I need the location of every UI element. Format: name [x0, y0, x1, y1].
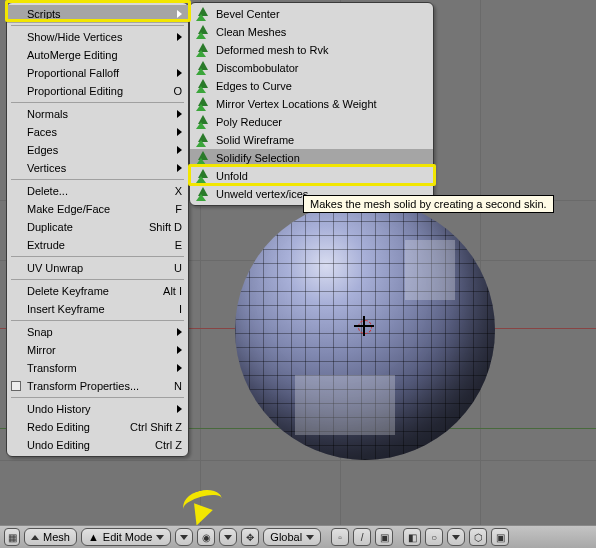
- menu-item[interactable]: Delete KeyframeAlt I: [7, 282, 188, 300]
- menu-item[interactable]: UV UnwrapU: [7, 259, 188, 277]
- menu-item[interactable]: Edges: [7, 141, 188, 159]
- menu-item-shortcut: U: [164, 262, 182, 274]
- menu-item[interactable]: Insert KeyframeI: [7, 300, 188, 318]
- menu-item[interactable]: AutoMerge Editing: [7, 46, 188, 64]
- menu-item-label: Normals: [27, 108, 182, 120]
- chevron-right-icon: [177, 164, 182, 172]
- scripts-submenu[interactable]: Bevel CenterClean MeshesDeformed mesh to…: [189, 2, 434, 206]
- menu-item-label: Extrude: [27, 239, 165, 251]
- occlude-icon[interactable]: ◧: [403, 528, 421, 546]
- sel-edge-icon[interactable]: /: [353, 528, 371, 546]
- submenu-item[interactable]: Edges to Curve: [190, 77, 433, 95]
- proportional-icon[interactable]: ○: [425, 528, 443, 546]
- menu-item[interactable]: Vertices: [7, 159, 188, 177]
- menu-separator: [11, 179, 184, 180]
- chevron-right-icon: [177, 364, 182, 372]
- edit-mode-icon: ▲: [88, 531, 99, 543]
- mode-selector[interactable]: ▲ Edit Mode: [81, 528, 171, 546]
- menu-item[interactable]: Proportional EditingO: [7, 82, 188, 100]
- submenu-item-label: Edges to Curve: [216, 80, 292, 92]
- menu-item-shortcut: O: [163, 85, 182, 97]
- submenu-item[interactable]: Bevel Center: [190, 5, 433, 23]
- menu-item[interactable]: Redo EditingCtrl Shift Z: [7, 418, 188, 436]
- menu-item-label: Show/Hide Vertices: [27, 31, 182, 43]
- menu-item[interactable]: Normals: [7, 105, 188, 123]
- menu-item[interactable]: DuplicateShift D: [7, 218, 188, 236]
- menu-item[interactable]: Make Edge/FaceF: [7, 200, 188, 218]
- menu-item[interactable]: Faces: [7, 123, 188, 141]
- python-script-icon: [196, 25, 210, 39]
- menu-item-label: Snap: [27, 326, 182, 338]
- menu-item[interactable]: Mirror: [7, 341, 188, 359]
- chevron-right-icon: [177, 33, 182, 41]
- menu-separator: [11, 256, 184, 257]
- menu-item-label: Duplicate: [27, 221, 139, 233]
- menu-item-label: Redo Editing: [27, 421, 120, 433]
- python-script-icon: [196, 115, 210, 129]
- submenu-item[interactable]: Solid Wireframe: [190, 131, 433, 149]
- orientation-label: Global: [270, 531, 302, 543]
- orientation-selector[interactable]: Global: [263, 528, 321, 546]
- proportional-selector[interactable]: [447, 528, 465, 546]
- menu-item[interactable]: Proportional Falloff: [7, 64, 188, 82]
- submenu-item[interactable]: Poly Reducer: [190, 113, 433, 131]
- submenu-item-label: Solid Wireframe: [216, 134, 294, 146]
- chevron-right-icon: [177, 346, 182, 354]
- cursor-3d-icon: [354, 316, 374, 336]
- checkbox-icon: [11, 381, 21, 391]
- menu-item-label: Undo Editing: [27, 439, 145, 451]
- menu-item-label: Delete Keyframe: [27, 285, 153, 297]
- menu-item-label: AutoMerge Editing: [27, 49, 182, 61]
- submenu-item[interactable]: Clean Meshes: [190, 23, 433, 41]
- chevron-down-icon: [306, 535, 314, 540]
- submenu-item-label: Bevel Center: [216, 8, 280, 20]
- mesh-menu-button[interactable]: Mesh: [24, 528, 77, 546]
- submenu-item[interactable]: Discombobulator: [190, 59, 433, 77]
- menu-item[interactable]: Undo EditingCtrl Z: [7, 436, 188, 454]
- menu-item-shortcut: Alt I: [153, 285, 182, 297]
- menu-item-shortcut: N: [164, 380, 182, 392]
- menu-item[interactable]: Transform Properties...N: [7, 377, 188, 395]
- tooltip: Makes the mesh solid by creating a secon…: [303, 195, 554, 213]
- sel-vertex-icon[interactable]: ▫: [331, 528, 349, 546]
- grid-line: [0, 460, 596, 461]
- menu-item[interactable]: Scripts: [7, 5, 188, 23]
- menu-item[interactable]: Delete...X: [7, 182, 188, 200]
- draw-type-selector[interactable]: [175, 528, 193, 546]
- menu-item-label: Transform Properties...: [27, 380, 164, 392]
- pivot-selector[interactable]: [219, 528, 237, 546]
- grid-line: [480, 0, 481, 525]
- menu-item[interactable]: Undo History: [7, 400, 188, 418]
- menu-item-label: Scripts: [27, 8, 182, 20]
- menu-item-label: Mirror: [27, 344, 182, 356]
- snap-icon[interactable]: ⬡: [469, 528, 487, 546]
- menu-item[interactable]: Snap: [7, 323, 188, 341]
- sel-face-icon[interactable]: ▣: [375, 528, 393, 546]
- python-script-icon: [196, 187, 210, 201]
- chevron-right-icon: [177, 128, 182, 136]
- mesh-menu[interactable]: ScriptsShow/Hide VerticesAutoMerge Editi…: [6, 2, 189, 457]
- menu-item-label: Proportional Editing: [27, 85, 163, 97]
- submenu-item-label: Clean Meshes: [216, 26, 286, 38]
- submenu-item[interactable]: Mirror Vertex Locations & Weight: [190, 95, 433, 113]
- manipulator-icon[interactable]: ✥: [241, 528, 259, 546]
- editor-type-icon[interactable]: ▦: [4, 528, 20, 546]
- menu-item-label: Undo History: [27, 403, 182, 415]
- chevron-down-icon: [156, 535, 164, 540]
- menu-item[interactable]: ExtrudeE: [7, 236, 188, 254]
- menu-separator: [11, 279, 184, 280]
- submenu-item[interactable]: Deformed mesh to Rvk: [190, 41, 433, 59]
- submenu-item[interactable]: Solidify Selection: [190, 149, 433, 167]
- menu-item-label: UV Unwrap: [27, 262, 164, 274]
- submenu-item[interactable]: Unfold: [190, 167, 433, 185]
- header-bar: ▦ Mesh ▲ Edit Mode ◉ ✥ Global ▫ / ▣ ◧ ○ …: [0, 525, 596, 548]
- pivot-icon[interactable]: ◉: [197, 528, 215, 546]
- menu-item-shortcut: I: [169, 303, 182, 315]
- render-icon[interactable]: ▣: [491, 528, 509, 546]
- menu-item[interactable]: Show/Hide Vertices: [7, 28, 188, 46]
- selected-face: [295, 375, 395, 435]
- menu-item[interactable]: Transform: [7, 359, 188, 377]
- submenu-item-label: Deformed mesh to Rvk: [216, 44, 328, 56]
- submenu-item-label: Solidify Selection: [216, 152, 300, 164]
- submenu-item-label: Unweld vertex/ices: [216, 188, 308, 200]
